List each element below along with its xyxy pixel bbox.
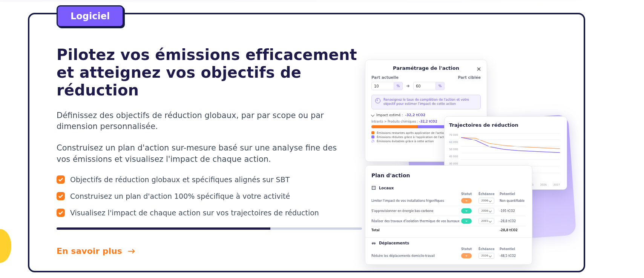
year-select[interactable]: 2006 [478,198,494,204]
check-item: Objectifs de réduction globaux et spécif… [57,175,362,184]
check-icon [57,192,65,200]
row-potential: Non quantifiable [500,199,526,203]
col-potential: Potentiel [500,247,526,251]
year-select[interactable]: 2026 [478,253,494,259]
col-due: Échéance [478,247,500,251]
panel-title: Plan d'action [371,172,410,178]
crumb-path: Intrants > Produits chimiques : [371,120,418,123]
category-tag: Logiciel [57,5,124,27]
check-item: Construisez un plan d'action 100% spécif… [57,192,362,200]
check-text: Objectifs de réduction globaux et spécif… [70,175,290,184]
legend-item: Émissions réduites grâce à l'application… [377,135,448,139]
learn-more-text: En savoir plus [57,246,122,256]
year-select[interactable]: 2093 [478,218,494,224]
input-part-ciblee[interactable]: 60 % [413,82,445,90]
group-title: Locaux [379,186,394,190]
legend-item: Émissions évitables grâce à cette action [377,140,434,143]
check-text: Construisez un plan d'action 100% spécif… [70,192,290,200]
row-label: Limiter l'impact de vos installations fr… [371,199,461,203]
legend-item: Émissions restantes après application de… [377,131,446,135]
row-label: Réduire les déplacements domicile-travai… [371,254,461,258]
label-part-actuelle: Part actuelle [371,75,399,80]
close-icon[interactable] [477,65,481,72]
row-label: Réaliser des travaux d'isolation thermiq… [371,220,461,223]
info-text: Renseignez le taux de complétion de l'ac… [383,98,477,106]
building-icon [371,186,376,190]
input-part-actuelle[interactable]: 10 % [371,82,403,90]
total-label: Total [371,229,461,232]
col-due: Échéance [478,192,500,196]
value-current: 10 [371,82,394,90]
col-status: Statut [461,247,478,251]
row-potential: -48,5 tCO2 [500,254,526,258]
arrow-right-icon [406,84,410,88]
table-row: S'approvisionner en énergie bas-carbone2… [371,206,526,216]
decorative-blob-yellow [0,229,11,263]
year-select[interactable]: 2008 [478,208,494,214]
col-status: Statut [461,192,478,196]
crumb-value: -32,2 tCO2 [419,120,437,123]
checklist: Objectifs de réduction globaux et spécif… [57,175,362,217]
impact-value: -32,2 tCO2 [405,113,425,117]
table-row: Réaliser des travaux d'isolation thermiq… [371,216,526,226]
row-label: S'approvisionner en énergie bas-carbone [371,209,461,213]
check-item: Visualisez l'impact de chaque action sur… [57,209,362,217]
product-mock: Paramétrage de l'action Part actuelle Pa… [365,60,557,263]
col-potential: Potentiel [500,192,526,196]
status-pill[interactable] [461,208,472,213]
check-icon [57,175,65,184]
info-banner: Renseignez le taux de complétion de l'ac… [371,95,481,109]
chevron-down-icon [371,113,375,117]
car-icon [371,241,376,245]
panel-title: Paramétrage de l'action [393,65,459,71]
row-potential: -195 tCO2 [500,209,526,213]
top-hairline [0,1,644,1]
impact-label: Impact estimé : [376,113,403,117]
arrow-right-icon [127,248,136,255]
group-title: Déplacements [379,241,409,245]
pct-suffix: % [436,82,445,90]
table-row: Limiter l'impact de vos installations fr… [371,196,526,206]
value-target: 60 [413,82,436,90]
svg-rect-0 [372,186,376,190]
status-pill[interactable] [461,198,472,203]
info-icon [375,98,380,103]
status-pill[interactable] [461,253,472,258]
row-potential: -28,8 tCO2 [500,220,526,223]
status-pill[interactable] [461,218,472,224]
pct-suffix: % [394,82,403,90]
label-part-ciblee: Part ciblée [458,75,481,80]
progress-rule [57,227,362,230]
panel-plan-action: Plan d'action Locaux Statut Échéance Pot… [365,165,532,265]
check-icon [57,209,65,217]
paragraph-1: Définissez des objectifs de réduction gl… [57,110,343,132]
check-text: Visualisez l'impact de chaque action sur… [70,209,319,217]
panel-title: Trajectoires de réduction [449,122,518,128]
table-row: Réduire les déplacements domicile-travai… [371,251,526,261]
feature-card: Pilotez vos émissions efficacement et at… [28,13,585,272]
headline: Pilotez vos émissions efficacement et at… [57,46,362,100]
paragraph-2: Construisez un plan d'action sur-mesure … [57,143,343,165]
text-content: Pilotez vos émissions efficacement et at… [57,46,362,256]
learn-more-link[interactable]: En savoir plus [57,246,136,256]
total-value: -28,8 tCO2 [500,229,526,232]
